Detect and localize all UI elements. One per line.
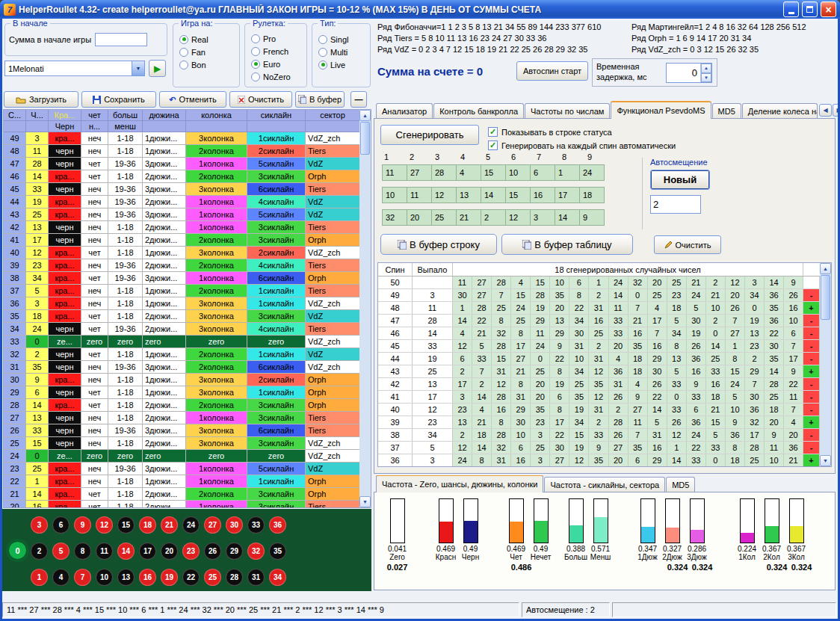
board-number[interactable]: 36 (269, 516, 286, 534)
tab-1[interactable]: Частота - Zero, шансы, дюжины, колонки (376, 475, 543, 492)
scroll-up-icon[interactable]: ▲ (359, 110, 371, 121)
tab-scroll-right-icon[interactable]: ▶ (833, 104, 838, 117)
board-number[interactable]: 1 (31, 569, 48, 586)
board-number[interactable]: 17 (139, 543, 156, 560)
radio-dot (254, 62, 258, 66)
spins-scrollbar[interactable]: ▲ ▼ (820, 263, 831, 466)
load-button[interactable]: Загрузить (4, 91, 78, 108)
cell-sector: Tiers (306, 323, 360, 336)
tab-3[interactable]: Частоты по числам (525, 103, 610, 119)
history-scrollbar[interactable]: ▲ ▼ (359, 110, 371, 507)
tab-3[interactable]: MD5 (666, 477, 695, 492)
radio-option-live[interactable]: Live (318, 58, 348, 71)
board-number[interactable]: 4 (52, 569, 70, 586)
history-row: 3834кра...чет19-363дюжи...1колонка6сикла… (4, 272, 360, 285)
undo-button[interactable]: ↶ Отменить (159, 91, 226, 108)
board-number[interactable]: 30 (226, 516, 243, 534)
radio-option-real[interactable]: Real (179, 33, 209, 46)
board-number[interactable]: 26 (204, 543, 221, 560)
board-number[interactable]: 13 (117, 569, 135, 586)
board-number[interactable]: 15 (117, 516, 135, 534)
tab-scroll-left-icon[interactable]: ◀ (819, 104, 832, 117)
radio-option-singl[interactable]: Singl (318, 33, 348, 46)
scrollbar-thumb[interactable] (821, 275, 830, 320)
board-number[interactable]: 35 (269, 543, 286, 560)
titlebar: 7 HelperRoullet 4.32- create helperroull… (0, 0, 840, 19)
clear-button[interactable]: Очистить (229, 91, 292, 108)
board-number[interactable]: 27 (204, 516, 221, 534)
checkbox-check-icon[interactable]: ✓ (488, 127, 498, 137)
scrollbar-thumb[interactable] (360, 122, 370, 155)
board-number[interactable]: 25 (204, 569, 221, 586)
scroll-down-icon[interactable]: ▼ (359, 496, 371, 507)
board-number[interactable]: 28 (226, 569, 243, 586)
play-button[interactable]: ▶ (149, 60, 166, 77)
board-number[interactable]: 8 (74, 543, 91, 560)
checkbox-check-icon[interactable]: ✓ (488, 140, 498, 150)
board-number[interactable]: 3 (31, 516, 48, 534)
number-chip: 15 (511, 289, 531, 301)
board-number[interactable]: 11 (96, 543, 113, 560)
copy-row-button-label: В буфер строку (410, 239, 480, 250)
board-number[interactable]: 18 (139, 516, 156, 534)
start-sum-input[interactable] (95, 33, 147, 46)
board-number[interactable]: 16 (139, 569, 156, 586)
tab-1[interactable]: Анализатор (376, 103, 433, 119)
scroll-down-icon[interactable]: ▼ (820, 455, 831, 466)
board-number[interactable]: 10 (96, 569, 113, 586)
number-chip: 7 (648, 327, 667, 339)
spinner-down-icon[interactable]: ▼ (701, 73, 711, 83)
autoshift-input[interactable] (650, 195, 701, 214)
profile-combobox[interactable]: 1Melonati ▼ (4, 61, 145, 76)
board-number[interactable]: 20 (161, 543, 178, 560)
cell-sector: Tiers (306, 412, 360, 424)
tab-2[interactable]: Контроль банкролла (433, 103, 524, 119)
copy-table-button[interactable]: В буфер таблицу (501, 234, 633, 255)
radio-option-french[interactable]: French (251, 45, 291, 58)
radio-option-euro[interactable]: Euro (251, 58, 291, 70)
board-number[interactable]: 23 (182, 543, 200, 560)
tab-4[interactable]: Функционал PsevdoMS (611, 101, 711, 119)
board-number[interactable]: 5 (52, 543, 70, 560)
board-number[interactable]: 6 (52, 516, 70, 534)
board-number[interactable]: 12 (96, 516, 113, 534)
board-number[interactable]: 7 (74, 569, 91, 586)
copy-row-button[interactable]: В буфер строку (380, 234, 497, 255)
generate-button[interactable]: Сгенерировать (380, 125, 479, 145)
minimize-button[interactable] (783, 1, 799, 17)
collapse-button[interactable]: — (350, 91, 367, 108)
tab-5[interactable]: MD5 (712, 103, 741, 119)
copy-button[interactable]: В буфер (295, 91, 345, 108)
board-number[interactable]: 22 (182, 569, 200, 586)
tab-2[interactable]: Частота - сиклайны, сектора (544, 477, 665, 492)
board-number[interactable]: 19 (161, 569, 178, 586)
board-number[interactable]: 32 (247, 543, 265, 560)
maximize-button[interactable] (802, 1, 818, 17)
board-zero[interactable]: 0 (8, 541, 27, 560)
spinner-up-icon[interactable]: ▲ (701, 64, 711, 73)
board-number[interactable]: 9 (74, 516, 91, 534)
radio-option-fan[interactable]: Fan (179, 46, 209, 58)
board-number[interactable]: 31 (247, 569, 265, 586)
board-number[interactable]: 21 (161, 516, 178, 534)
tab-6[interactable]: Деление колеса на (742, 103, 818, 119)
cell-spin: 29 (4, 386, 26, 399)
board-number[interactable]: 2 (31, 543, 48, 560)
board-number[interactable]: 29 (226, 543, 243, 560)
new-button[interactable]: Новый (650, 170, 710, 190)
clear-generated-button[interactable]: Очистить (654, 235, 721, 254)
close-button[interactable]: × (821, 1, 836, 17)
board-number[interactable]: 14 (117, 543, 135, 560)
scroll-up-icon[interactable]: ▲ (820, 263, 831, 274)
board-number[interactable]: 24 (182, 516, 200, 534)
radio-option-nozero[interactable]: NoZero (251, 70, 291, 83)
board-number[interactable]: 34 (269, 569, 286, 586)
save-button[interactable]: Сохранить (81, 91, 156, 108)
radio-option-multi[interactable]: Multi (318, 46, 348, 58)
chevron-down-icon[interactable]: ▼ (132, 61, 144, 75)
radio-option-pro[interactable]: Pro (251, 32, 291, 45)
delay-spinner[interactable]: 0 ▲ ▼ (666, 63, 712, 83)
board-number[interactable]: 33 (247, 516, 265, 534)
radio-option-bon[interactable]: Bon (179, 58, 209, 71)
autospin-button[interactable]: Автоспин старт (516, 61, 588, 81)
